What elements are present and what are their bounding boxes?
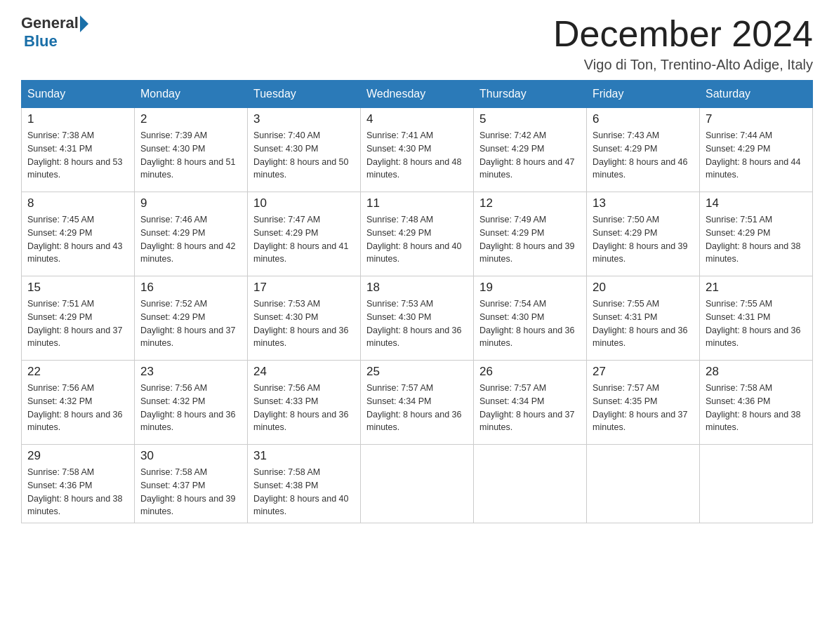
day-info: Sunrise: 7:44 AMSunset: 4:29 PMDaylight:… bbox=[706, 129, 807, 182]
day-info: Sunrise: 7:46 AMSunset: 4:29 PMDaylight:… bbox=[140, 213, 241, 266]
calendar-cell: 23 Sunrise: 7:56 AMSunset: 4:32 PMDaylig… bbox=[135, 361, 248, 445]
day-info: Sunrise: 7:51 AMSunset: 4:29 PMDaylight:… bbox=[706, 213, 807, 266]
day-number: 4 bbox=[366, 112, 468, 126]
calendar-cell: 22 Sunrise: 7:56 AMSunset: 4:32 PMDaylig… bbox=[22, 361, 135, 445]
calendar-week-row: 8 Sunrise: 7:45 AMSunset: 4:29 PMDayligh… bbox=[22, 192, 813, 276]
calendar-cell: 7 Sunrise: 7:44 AMSunset: 4:29 PMDayligh… bbox=[700, 108, 813, 192]
day-info: Sunrise: 7:54 AMSunset: 4:30 PMDaylight:… bbox=[479, 297, 581, 350]
day-number: 28 bbox=[706, 365, 807, 379]
calendar-cell: 28 Sunrise: 7:58 AMSunset: 4:36 PMDaylig… bbox=[700, 361, 813, 445]
calendar-cell: 6 Sunrise: 7:43 AMSunset: 4:29 PMDayligh… bbox=[587, 108, 700, 192]
day-number: 15 bbox=[27, 281, 128, 295]
calendar-cell: 27 Sunrise: 7:57 AMSunset: 4:35 PMDaylig… bbox=[587, 361, 700, 445]
day-info: Sunrise: 7:43 AMSunset: 4:29 PMDaylight:… bbox=[593, 129, 694, 182]
calendar-cell: 8 Sunrise: 7:45 AMSunset: 4:29 PMDayligh… bbox=[22, 192, 135, 276]
day-info: Sunrise: 7:52 AMSunset: 4:29 PMDaylight:… bbox=[140, 297, 241, 350]
day-number: 29 bbox=[27, 449, 128, 463]
calendar-week-row: 1 Sunrise: 7:38 AMSunset: 4:31 PMDayligh… bbox=[22, 108, 813, 192]
day-number: 5 bbox=[479, 112, 581, 126]
calendar-cell: 26 Sunrise: 7:57 AMSunset: 4:34 PMDaylig… bbox=[474, 361, 587, 445]
day-number: 6 bbox=[593, 112, 694, 126]
day-info: Sunrise: 7:57 AMSunset: 4:34 PMDaylight:… bbox=[479, 382, 581, 434]
day-number: 3 bbox=[253, 112, 355, 126]
calendar-header-monday: Monday bbox=[135, 81, 248, 108]
day-number: 16 bbox=[140, 281, 241, 295]
day-info: Sunrise: 7:56 AMSunset: 4:33 PMDaylight:… bbox=[253, 382, 355, 434]
day-info: Sunrise: 7:45 AMSunset: 4:29 PMDaylight:… bbox=[27, 213, 128, 266]
calendar-cell: 19 Sunrise: 7:54 AMSunset: 4:30 PMDaylig… bbox=[474, 276, 587, 361]
location-subtitle: Vigo di Ton, Trentino-Alto Adige, Italy bbox=[553, 57, 813, 73]
day-info: Sunrise: 7:58 AMSunset: 4:37 PMDaylight:… bbox=[140, 466, 241, 518]
calendar-cell: 9 Sunrise: 7:46 AMSunset: 4:29 PMDayligh… bbox=[135, 192, 248, 276]
day-info: Sunrise: 7:55 AMSunset: 4:31 PMDaylight:… bbox=[593, 297, 694, 350]
day-info: Sunrise: 7:53 AMSunset: 4:30 PMDaylight:… bbox=[366, 297, 468, 350]
calendar-header-thursday: Thursday bbox=[474, 81, 587, 108]
calendar-cell: 1 Sunrise: 7:38 AMSunset: 4:31 PMDayligh… bbox=[22, 108, 135, 192]
day-number: 12 bbox=[479, 196, 581, 210]
day-info: Sunrise: 7:40 AMSunset: 4:30 PMDaylight:… bbox=[253, 129, 355, 182]
day-info: Sunrise: 7:56 AMSunset: 4:32 PMDaylight:… bbox=[27, 382, 128, 434]
calendar-cell: 3 Sunrise: 7:40 AMSunset: 4:30 PMDayligh… bbox=[248, 108, 361, 192]
day-number: 25 bbox=[366, 365, 468, 379]
day-info: Sunrise: 7:57 AMSunset: 4:35 PMDaylight:… bbox=[593, 382, 694, 434]
calendar-cell: 25 Sunrise: 7:57 AMSunset: 4:34 PMDaylig… bbox=[361, 361, 474, 445]
day-info: Sunrise: 7:58 AMSunset: 4:36 PMDaylight:… bbox=[706, 382, 807, 434]
calendar-header-sunday: Sunday bbox=[22, 81, 135, 108]
day-info: Sunrise: 7:47 AMSunset: 4:29 PMDaylight:… bbox=[253, 213, 355, 266]
day-number: 13 bbox=[593, 196, 694, 210]
day-number: 8 bbox=[27, 196, 128, 210]
day-number: 21 bbox=[706, 281, 807, 295]
day-number: 27 bbox=[593, 365, 694, 379]
calendar-cell: 30 Sunrise: 7:58 AMSunset: 4:37 PMDaylig… bbox=[135, 445, 248, 523]
calendar-cell: 10 Sunrise: 7:47 AMSunset: 4:29 PMDaylig… bbox=[248, 192, 361, 276]
calendar-cell: 21 Sunrise: 7:55 AMSunset: 4:31 PMDaylig… bbox=[700, 276, 813, 361]
calendar-cell: 17 Sunrise: 7:53 AMSunset: 4:30 PMDaylig… bbox=[248, 276, 361, 361]
page-header: General Blue December 2024 Vigo di Ton, … bbox=[21, 14, 813, 73]
calendar-week-row: 29 Sunrise: 7:58 AMSunset: 4:36 PMDaylig… bbox=[22, 445, 813, 523]
calendar-header-friday: Friday bbox=[587, 81, 700, 108]
day-number: 14 bbox=[706, 196, 807, 210]
day-info: Sunrise: 7:53 AMSunset: 4:30 PMDaylight:… bbox=[253, 297, 355, 350]
calendar-cell: 13 Sunrise: 7:50 AMSunset: 4:29 PMDaylig… bbox=[587, 192, 700, 276]
calendar-cell: 4 Sunrise: 7:41 AMSunset: 4:30 PMDayligh… bbox=[361, 108, 474, 192]
day-number: 19 bbox=[479, 281, 581, 295]
day-number: 26 bbox=[479, 365, 581, 379]
calendar-cell: 2 Sunrise: 7:39 AMSunset: 4:30 PMDayligh… bbox=[135, 108, 248, 192]
day-info: Sunrise: 7:50 AMSunset: 4:29 PMDaylight:… bbox=[593, 213, 694, 266]
day-info: Sunrise: 7:38 AMSunset: 4:31 PMDaylight:… bbox=[27, 129, 128, 182]
calendar-cell: 15 Sunrise: 7:51 AMSunset: 4:29 PMDaylig… bbox=[22, 276, 135, 361]
logo-arrow-icon bbox=[80, 15, 88, 32]
day-number: 23 bbox=[140, 365, 241, 379]
day-info: Sunrise: 7:42 AMSunset: 4:29 PMDaylight:… bbox=[479, 129, 581, 182]
calendar-cell bbox=[587, 445, 700, 523]
calendar-cell: 29 Sunrise: 7:58 AMSunset: 4:36 PMDaylig… bbox=[22, 445, 135, 523]
day-info: Sunrise: 7:56 AMSunset: 4:32 PMDaylight:… bbox=[140, 382, 241, 434]
day-number: 1 bbox=[27, 112, 128, 126]
logo-general-text: General bbox=[21, 14, 79, 32]
day-info: Sunrise: 7:57 AMSunset: 4:34 PMDaylight:… bbox=[366, 382, 468, 434]
calendar-week-row: 22 Sunrise: 7:56 AMSunset: 4:32 PMDaylig… bbox=[22, 361, 813, 445]
day-number: 11 bbox=[366, 196, 468, 210]
day-info: Sunrise: 7:55 AMSunset: 4:31 PMDaylight:… bbox=[706, 297, 807, 350]
month-title: December 2024 bbox=[553, 14, 813, 54]
day-number: 20 bbox=[593, 281, 694, 295]
calendar-cell: 18 Sunrise: 7:53 AMSunset: 4:30 PMDaylig… bbox=[361, 276, 474, 361]
day-number: 31 bbox=[253, 449, 355, 463]
calendar-header-wednesday: Wednesday bbox=[361, 81, 474, 108]
day-info: Sunrise: 7:39 AMSunset: 4:30 PMDaylight:… bbox=[140, 129, 241, 182]
calendar-cell: 16 Sunrise: 7:52 AMSunset: 4:29 PMDaylig… bbox=[135, 276, 248, 361]
calendar-cell: 31 Sunrise: 7:58 AMSunset: 4:38 PMDaylig… bbox=[248, 445, 361, 523]
day-number: 22 bbox=[27, 365, 128, 379]
calendar-cell: 11 Sunrise: 7:48 AMSunset: 4:29 PMDaylig… bbox=[361, 192, 474, 276]
calendar-cell bbox=[700, 445, 813, 523]
logo: General Blue bbox=[21, 14, 88, 51]
day-info: Sunrise: 7:58 AMSunset: 4:36 PMDaylight:… bbox=[27, 466, 128, 518]
calendar-header-row: SundayMondayTuesdayWednesdayThursdayFrid… bbox=[22, 81, 813, 108]
calendar-week-row: 15 Sunrise: 7:51 AMSunset: 4:29 PMDaylig… bbox=[22, 276, 813, 361]
day-info: Sunrise: 7:49 AMSunset: 4:29 PMDaylight:… bbox=[479, 213, 581, 266]
calendar-cell: 14 Sunrise: 7:51 AMSunset: 4:29 PMDaylig… bbox=[700, 192, 813, 276]
day-number: 10 bbox=[253, 196, 355, 210]
logo-blue-text: Blue bbox=[24, 32, 88, 51]
calendar-header-saturday: Saturday bbox=[700, 81, 813, 108]
day-number: 2 bbox=[140, 112, 241, 126]
